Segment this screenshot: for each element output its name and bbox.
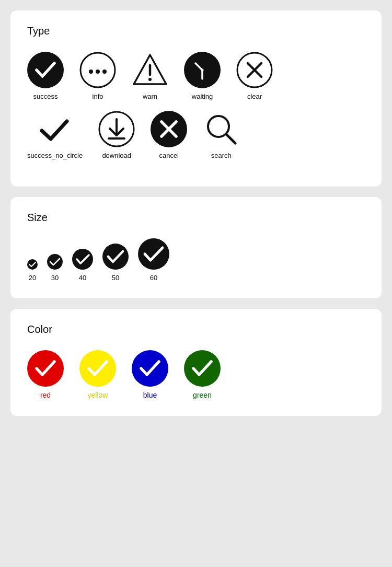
color-blue-icon [132,350,168,387]
waiting-label: waiting [192,92,213,100]
success-icon [27,52,64,88]
download-label: download [102,152,131,159]
warn-label: warn [143,92,157,100]
size-40-icon [72,249,93,270]
svg-point-7 [148,78,152,81]
type-section: Type success info [10,10,382,187]
color-title: Color [27,323,365,335]
size-item-20: 20 [27,259,38,282]
type-row-2: success_no_circle download cancel [27,111,365,159]
color-yellow-label: yellow [88,391,108,399]
svg-line-23 [226,134,235,143]
icon-item-info: info [79,52,116,100]
size-60-icon [138,238,169,270]
icon-item-success-no-circle: success_no_circle [27,111,83,159]
color-item-yellow: yellow [79,350,116,399]
size-50-label: 50 [112,274,119,282]
icon-item-cancel: cancel [151,111,187,159]
size-item-50: 50 [102,244,129,282]
svg-point-31 [132,350,168,387]
svg-point-3 [96,70,100,74]
color-section: Color red yellow blue [10,309,382,416]
size-item-30: 30 [47,254,63,282]
color-yellow-icon [79,350,116,387]
size-section: Size 20 30 40 [10,197,382,298]
icon-item-warn: warn [132,52,168,100]
size-30-icon [47,254,63,270]
size-title: Size [27,212,365,224]
waiting-icon [184,52,221,88]
icon-item-clear: clear [236,52,273,100]
size-30-label: 30 [51,274,59,282]
info-icon [79,52,116,88]
download-icon [98,111,135,147]
color-red-icon [27,350,64,387]
cancel-label: cancel [159,152,179,159]
svg-point-4 [102,70,107,74]
color-item-green: green [184,350,221,399]
svg-point-28 [138,238,169,270]
svg-point-26 [72,249,93,270]
size-60-label: 60 [150,274,157,282]
icon-item-download: download [98,111,135,159]
type-row-1: success info warn [27,52,365,100]
clear-icon [236,52,273,88]
svg-point-25 [47,254,63,270]
svg-point-29 [27,350,64,387]
warn-icon [132,52,168,88]
size-item-40: 40 [72,249,93,282]
size-20-icon [27,259,38,270]
type-title: Type [27,25,365,37]
icon-item-search: search [203,111,239,159]
size-row: 20 30 40 50 [27,238,365,282]
size-item-60: 60 [138,238,169,282]
svg-point-30 [79,350,116,387]
color-row: red yellow blue green [27,350,365,399]
color-item-blue: blue [132,350,168,399]
clear-label: clear [247,92,262,100]
color-green-icon [184,350,221,387]
size-50-icon [102,244,129,270]
icon-item-waiting: waiting [184,52,221,100]
svg-point-2 [89,70,93,74]
size-40-label: 40 [79,274,86,282]
icon-item-success: success [27,52,64,100]
color-red-label: red [40,391,51,399]
search-label: search [211,152,232,159]
color-blue-label: blue [143,391,157,399]
size-20-label: 20 [29,274,36,282]
svg-point-32 [184,350,221,387]
cancel-icon [151,111,187,147]
success-label: success [33,92,58,100]
info-label: info [93,92,103,100]
svg-point-27 [102,244,129,270]
search-icon [203,111,239,147]
success-no-circle-label: success_no_circle [27,152,83,159]
color-item-red: red [27,350,64,399]
success-no-circle-icon [37,111,73,147]
svg-point-0 [27,52,64,88]
color-green-label: green [193,391,212,399]
